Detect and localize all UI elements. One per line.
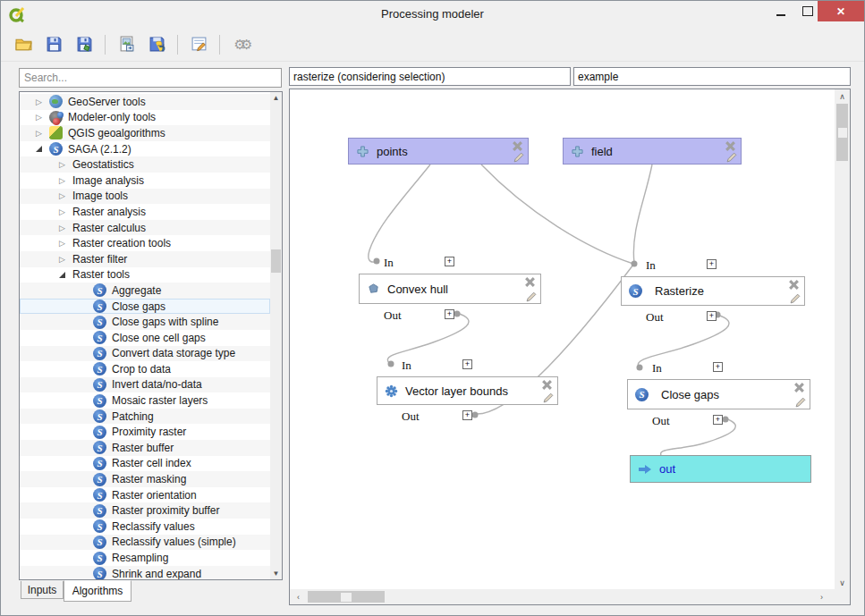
- expand-outputs-button[interactable]: +: [462, 410, 472, 420]
- expand-outputs-button[interactable]: +: [707, 311, 717, 321]
- expand-arrow-icon[interactable]: [59, 191, 72, 200]
- tree-item[interactable]: Raster creation tools: [20, 235, 270, 251]
- save-model-as-button[interactable]: [71, 31, 98, 58]
- tree-item[interactable]: Patching: [20, 409, 270, 425]
- expand-arrow-icon[interactable]: [59, 272, 72, 278]
- in-row: In +: [621, 257, 805, 272]
- tree-scrollbar-thumb[interactable]: [271, 249, 281, 273]
- expand-arrow-icon[interactable]: [59, 176, 72, 185]
- tree-item[interactable]: SAGA (2.1.2): [20, 141, 270, 157]
- scroll-down-icon[interactable]: ∨: [835, 576, 850, 589]
- tree-item[interactable]: Raster analysis: [20, 204, 270, 220]
- expand-arrow-icon[interactable]: [59, 207, 72, 216]
- save-as-python-script-button[interactable]: [143, 31, 170, 58]
- tree-item[interactable]: Reclassify values: [20, 519, 270, 535]
- model-name-input[interactable]: [289, 67, 571, 86]
- save-model-button[interactable]: [40, 31, 67, 58]
- tree-item[interactable]: Resampling: [20, 550, 270, 566]
- delete-icon[interactable]: [793, 382, 805, 392]
- edit-pencil-icon[interactable]: [726, 151, 738, 163]
- close-button[interactable]: ✕: [818, 1, 864, 21]
- tab-algorithms[interactable]: Algorithms: [64, 580, 131, 602]
- algo-box[interactable]: Rasterize: [621, 276, 805, 306]
- open-model-button[interactable]: [10, 31, 37, 58]
- expand-inputs-button[interactable]: +: [445, 257, 454, 266]
- in-row: In +: [359, 255, 541, 269]
- edit-pencil-icon[interactable]: [795, 396, 807, 408]
- scroll-up-icon[interactable]: ▲: [270, 92, 282, 104]
- tree-item[interactable]: Close gaps: [20, 299, 270, 315]
- tree-item[interactable]: Crop to data: [20, 361, 270, 377]
- tree-item[interactable]: Raster proximity buffer: [20, 502, 270, 519]
- expand-arrow-icon[interactable]: [59, 160, 72, 169]
- tree-item[interactable]: Geostatistics: [20, 156, 270, 173]
- tree-item[interactable]: Proximity raster: [20, 424, 270, 440]
- algo-box[interactable]: Vector layer bounds: [377, 376, 558, 405]
- tree-item[interactable]: Image analysis: [20, 173, 270, 189]
- tree-item[interactable]: Close one cell gaps: [20, 330, 270, 346]
- delete-icon[interactable]: [788, 279, 800, 290]
- tree-item[interactable]: Raster masking: [20, 471, 270, 487]
- expand-arrow-icon[interactable]: [59, 239, 72, 248]
- model-output-out[interactable]: out: [630, 455, 811, 483]
- scroll-up-icon[interactable]: ∧: [835, 89, 850, 103]
- tree-item-icon: [93, 362, 106, 376]
- tree-item[interactable]: Raster filter: [20, 251, 270, 267]
- expand-outputs-button[interactable]: +: [445, 309, 454, 319]
- scroll-left-icon[interactable]: ‹: [292, 589, 305, 604]
- tree-item[interactable]: Raster tools: [20, 267, 270, 283]
- search-input[interactable]: [19, 68, 282, 88]
- tree-item[interactable]: Mosaic raster layers: [20, 392, 270, 409]
- model-canvas[interactable]: points field In + Convex hull: [289, 89, 851, 605]
- tree-item[interactable]: Shrink and expand: [20, 566, 270, 580]
- edit-model-help-button[interactable]: [185, 31, 212, 58]
- model-input-field[interactable]: field: [563, 138, 742, 165]
- tree-item[interactable]: Raster orientation: [20, 487, 270, 503]
- canvas-horizontal-scrollbar[interactable]: ‹ ›: [290, 589, 850, 604]
- edit-pencil-icon[interactable]: [513, 151, 525, 163]
- edit-pencil-icon[interactable]: [790, 292, 801, 304]
- expand-inputs-button[interactable]: +: [707, 259, 717, 269]
- algo-box[interactable]: Close gaps: [627, 379, 810, 409]
- model-group-input[interactable]: [573, 67, 851, 86]
- tree-item[interactable]: Modeler-only tools: [20, 110, 270, 126]
- tree-item[interactable]: Raster cell index: [20, 456, 270, 472]
- tab-inputs[interactable]: Inputs: [21, 581, 64, 599]
- delete-icon[interactable]: [512, 140, 523, 151]
- expand-arrow-icon[interactable]: [36, 146, 49, 152]
- export-as-image-button[interactable]: [113, 31, 140, 58]
- tree-item[interactable]: QGIS geoalgorithms: [20, 125, 270, 141]
- expand-inputs-button[interactable]: +: [462, 359, 472, 369]
- expand-arrow-icon[interactable]: [59, 255, 72, 264]
- vertical-scrollbar-thumb[interactable]: [836, 104, 848, 161]
- delete-icon[interactable]: [541, 379, 553, 390]
- tree-item[interactable]: Aggregate: [20, 283, 270, 299]
- delete-icon[interactable]: [524, 276, 536, 287]
- tree-item[interactable]: Image tools: [20, 189, 270, 205]
- edit-pencil-icon[interactable]: [526, 291, 538, 302]
- algo-box[interactable]: Convex hull: [359, 274, 541, 304]
- scroll-down-icon[interactable]: ▼: [270, 568, 282, 579]
- run-model-button[interactable]: ⚙⚙: [227, 31, 254, 58]
- tree-item[interactable]: GeoServer tools: [20, 94, 270, 110]
- expand-arrow-icon[interactable]: [36, 129, 49, 138]
- tree-item[interactable]: Invert data/no-data: [20, 377, 270, 393]
- minimize-button[interactable]: [767, 1, 794, 21]
- scroll-right-icon[interactable]: ›: [815, 589, 828, 604]
- expand-inputs-button[interactable]: +: [713, 362, 723, 372]
- tree-scrollbar[interactable]: ▲ ▼: [270, 92, 282, 579]
- expand-arrow-icon[interactable]: [59, 224, 72, 232]
- edit-pencil-icon[interactable]: [543, 392, 555, 403]
- tree-item[interactable]: Reclassify values (simple): [20, 535, 270, 551]
- horizontal-scrollbar-thumb[interactable]: [308, 591, 385, 603]
- delete-icon[interactable]: [725, 140, 736, 151]
- expand-outputs-button[interactable]: +: [713, 415, 723, 425]
- expand-arrow-icon[interactable]: [36, 113, 49, 122]
- tree-item[interactable]: Raster calculus: [20, 220, 270, 236]
- tree-item[interactable]: Close gaps with spline: [20, 314, 270, 330]
- tree-item[interactable]: Convert data storage type: [20, 346, 270, 362]
- expand-arrow-icon[interactable]: [36, 97, 49, 106]
- canvas-vertical-scrollbar[interactable]: ∧ ∨: [835, 89, 850, 589]
- model-input-points[interactable]: points: [348, 138, 529, 165]
- tree-item[interactable]: Raster buffer: [20, 440, 270, 456]
